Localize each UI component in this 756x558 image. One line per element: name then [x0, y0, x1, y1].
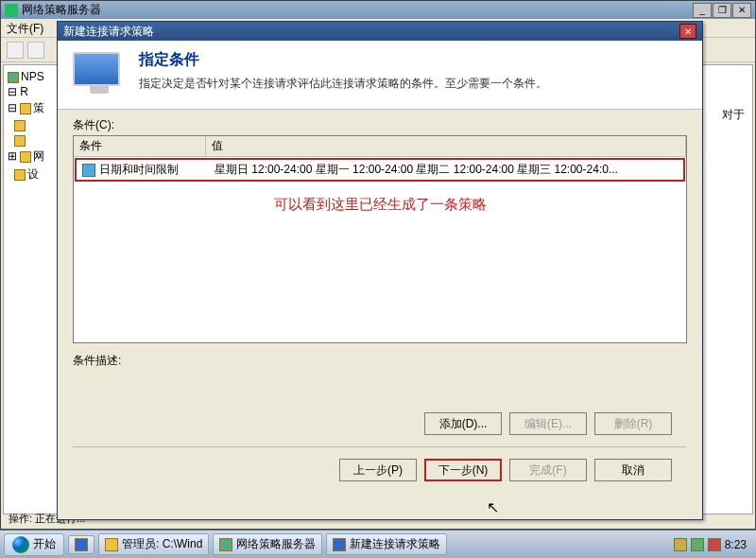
separator [73, 446, 687, 447]
condition-row[interactable]: 日期和时间限制 星期日 12:00-24:00 星期一 12:00-24:00 … [75, 158, 685, 182]
conditions-label: 条件(C): [73, 117, 687, 133]
row-value: 星期日 12:00-24:00 星期一 12:00-24:00 星期二 12:0… [209, 160, 683, 180]
nps-icon [219, 538, 232, 551]
add-button[interactable]: 添加(D)... [424, 412, 502, 435]
system-tray[interactable]: 8:23 [668, 538, 752, 551]
description-label: 条件描述: [73, 353, 687, 369]
parent-min-button[interactable]: _ [693, 3, 712, 18]
desktop-icon [75, 538, 88, 551]
tree-f1[interactable]: 策 [33, 101, 44, 114]
row-condition: 日期和时间限制 [99, 163, 179, 176]
col-condition[interactable]: 条件 [74, 136, 206, 156]
remove-button[interactable]: 删除(R) [594, 412, 672, 435]
dialog-subheading: 指定决定是否针对某个连接请求评估此连接请求策略的条件。至少需要一个条件。 [139, 76, 547, 92]
tray-icon[interactable] [691, 538, 704, 551]
folder-icon [14, 135, 26, 147]
datetime-icon [82, 164, 95, 177]
parent-titlebar[interactable]: 网络策略服务器 _ ❐ ✕ [1, 1, 755, 19]
parent-close-button[interactable]: ✕ [732, 3, 751, 18]
tree-f2[interactable]: 网 [33, 149, 44, 163]
taskbar-desktop-icon[interactable] [68, 535, 94, 554]
dialog-titlebar[interactable]: 新建连接请求策略 ✕ [58, 22, 702, 41]
tree-r[interactable]: R [20, 85, 28, 98]
clock[interactable]: 8:23 [725, 538, 747, 551]
parent-restore-button[interactable]: ❐ [713, 3, 731, 18]
panel-label: 对于 [722, 107, 745, 123]
dialog-close-button[interactable]: ✕ [679, 24, 696, 39]
dialog-title: 新建连接请求策略 [63, 24, 154, 40]
start-label: 开始 [33, 536, 56, 552]
back-button[interactable]: 上一步(P) [339, 459, 417, 481]
folder-icon [14, 169, 26, 181]
menu-file[interactable]: 文件(F) [7, 21, 43, 35]
monitor-icon [73, 52, 126, 99]
folder-icon [14, 120, 26, 131]
folder-icon [20, 151, 31, 163]
folder-icon [20, 103, 31, 114]
wizard-icon [333, 538, 346, 551]
parent-title: 网络策略服务器 [22, 2, 101, 18]
server-icon [8, 72, 19, 83]
tray-icon[interactable] [674, 538, 687, 551]
nav-tree[interactable]: NPS ⊟ R ⊟ 策 ⊞ 网 设 [3, 64, 60, 514]
dialog-heading: 指定条件 [139, 50, 547, 70]
new-connection-request-policy-dialog: 新建连接请求策略 ✕ 指定条件 指定决定是否针对某个连接请求评估此连接请求策略的… [57, 21, 703, 520]
edit-button[interactable]: 编辑(E)... [509, 412, 587, 435]
next-button[interactable]: 下一步(N) [424, 459, 502, 481]
windows-orb-icon [12, 536, 29, 553]
finish-button[interactable]: 完成(F) [509, 459, 587, 481]
conditions-header: 条件 值 [74, 136, 686, 157]
taskbar-item-nps[interactable]: 网络策略服务器 [213, 533, 322, 555]
app-icon [5, 4, 18, 17]
cancel-button[interactable]: 取消 [594, 459, 672, 481]
tray-icon[interactable] [708, 538, 721, 551]
dialog-header: 指定条件 指定决定是否针对某个连接请求评估此连接请求策略的条件。至少需要一个条件… [58, 41, 702, 110]
tree-root[interactable]: NPS [21, 70, 44, 83]
taskbar-item-cmd[interactable]: 管理员: C:\Wind [98, 533, 209, 555]
tree-f3[interactable]: 设 [27, 167, 39, 181]
toolbar-back-icon[interactable] [7, 42, 24, 59]
cmd-icon [105, 538, 118, 551]
col-value[interactable]: 值 [206, 136, 686, 156]
description-box [73, 369, 687, 407]
taskbar-item-wizard[interactable]: 新建连接请求策略 [326, 533, 447, 555]
toolbar-fwd-icon[interactable] [27, 42, 44, 59]
conditions-listview[interactable]: 条件 值 日期和时间限制 星期日 12:00-24:00 星期一 12:00-2… [73, 135, 687, 343]
annotation-text: 可以看到这里已经生成了一条策略 [74, 183, 686, 227]
start-button[interactable]: 开始 [4, 533, 64, 556]
taskbar[interactable]: 开始 管理员: C:\Wind 网络策略服务器 新建连接请求策略 8:23 [0, 530, 756, 558]
